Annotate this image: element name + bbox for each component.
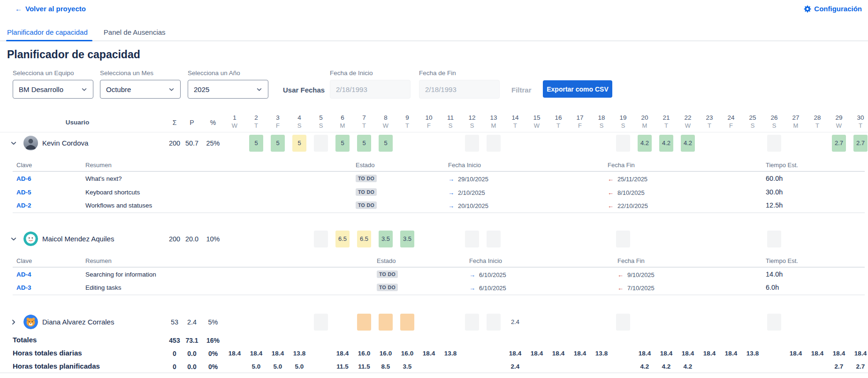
task-summary: Workflows and statuses bbox=[85, 202, 152, 209]
day-header-25: 25S bbox=[742, 114, 763, 130]
day-header-21: 21T bbox=[655, 114, 677, 130]
day-letter: M bbox=[785, 122, 807, 130]
team-filter-label: Selecciona un Equipo bbox=[13, 69, 93, 77]
totals-day-7: 16.0 bbox=[353, 350, 375, 357]
month-select-value: Octubre bbox=[106, 85, 131, 93]
back-link[interactable]: ← Volver al proyecto bbox=[15, 5, 86, 13]
user-row: Maicol Mendez Aquiles20020.010%6.56.53.5… bbox=[0, 228, 868, 250]
pct-value: 10% bbox=[199, 235, 227, 243]
day-header-3: 3F bbox=[267, 114, 289, 130]
export-csv-button[interactable]: Exportar como CSV bbox=[543, 80, 612, 98]
start-date-input[interactable] bbox=[330, 80, 411, 99]
day-header-8: 8W bbox=[375, 114, 396, 130]
task-table: ClaveResumenEstadoFecha InicioFecha FinT… bbox=[13, 158, 865, 213]
day-number: 19 bbox=[612, 114, 634, 122]
task-key-link[interactable]: AD-4 bbox=[16, 271, 31, 278]
totals-day-15: 18.4 bbox=[526, 350, 548, 357]
tiger-emoji-avatar bbox=[23, 315, 38, 329]
day-number: 27 bbox=[785, 114, 807, 122]
chevron-down-icon bbox=[81, 86, 87, 93]
chevron-down-icon[interactable] bbox=[10, 236, 17, 242]
chevron-right-icon[interactable] bbox=[10, 319, 17, 325]
day-cell-14: 2.4 bbox=[508, 314, 522, 331]
day-header-1: 1W bbox=[224, 114, 245, 130]
end-date-value: 7/10/2025 bbox=[627, 285, 655, 292]
start-date-value: 29/10/2025 bbox=[458, 176, 488, 183]
task-key-link[interactable]: AD-3 bbox=[16, 284, 31, 291]
status-badge: TO DO bbox=[377, 284, 398, 291]
end-date-input[interactable] bbox=[419, 80, 500, 99]
chevron-down-icon[interactable] bbox=[10, 140, 17, 147]
day-cell-22: 4.2 bbox=[681, 135, 695, 152]
task-estimate: 14.0h bbox=[766, 270, 783, 278]
day-header-14: 14T bbox=[504, 114, 526, 130]
year-select-value: 2025 bbox=[194, 85, 209, 93]
totals-day-4: 13.8 bbox=[289, 350, 310, 357]
task-estimate-header: Tiempo Est. bbox=[766, 257, 798, 264]
gear-icon bbox=[804, 5, 811, 13]
day-header-22: 22W bbox=[677, 114, 699, 130]
task-key-link[interactable]: AD-2 bbox=[16, 202, 31, 209]
day-cell-7 bbox=[357, 314, 371, 331]
totals-day-6: 18.4 bbox=[332, 350, 353, 357]
day-number: 10 bbox=[418, 114, 440, 122]
day-cell-7: 5 bbox=[357, 135, 371, 152]
totals-day-11: 13.8 bbox=[440, 350, 461, 357]
task-row: AD-3Editing tasksTO DO→6/10/2025←7/10/20… bbox=[13, 281, 865, 294]
totals-day-21: 18.4 bbox=[655, 350, 677, 357]
end-date-value: 25/11/2025 bbox=[617, 176, 647, 183]
day-letter: S bbox=[763, 122, 785, 130]
user-name: Diana Alvarez Corrales bbox=[42, 318, 114, 326]
totals-label: Totales bbox=[13, 336, 37, 344]
end-date-filter: Fecha de Fin bbox=[419, 69, 500, 99]
task-key-link[interactable]: AD-5 bbox=[16, 189, 31, 196]
year-select[interactable]: 2025 bbox=[188, 80, 268, 99]
month-select[interactable]: Octubre bbox=[100, 80, 181, 99]
capacity-table: Usuario Σ P % 1W2T3F4S5S6M7T8W9T10F11S12… bbox=[0, 113, 868, 373]
task-start-date: →29/10/2025 bbox=[448, 176, 488, 183]
totals-pct-value: 0% bbox=[199, 363, 227, 370]
task-summary: What's next? bbox=[85, 175, 122, 182]
totals-day-21: 4.2 bbox=[655, 363, 677, 370]
tab-panel-de-ausencias[interactable]: Panel de Ausencias bbox=[104, 28, 166, 40]
day-letter: T bbox=[850, 122, 868, 130]
task-table-header: ClaveResumenEstadoFecha InicioFecha FinT… bbox=[13, 254, 865, 268]
totals-section: Totales45373.116%Horas totales diarias00… bbox=[0, 333, 868, 373]
totals-row: Horas totales diarias00.00%18.418.418.41… bbox=[0, 346, 868, 359]
day-number: 15 bbox=[526, 114, 548, 122]
day-header-16: 16T bbox=[548, 114, 569, 130]
day-cell-8: 3.5 bbox=[379, 231, 393, 247]
capacity-planner-app: ← Volver al proyecto Configuración Plani… bbox=[0, 0, 868, 378]
task-row: AD-6What's next?TO DO→29/10/2025←25/11/2… bbox=[13, 172, 865, 185]
day-header-6: 6M bbox=[332, 114, 353, 130]
day-letter: M bbox=[332, 122, 353, 130]
day-cell-26 bbox=[767, 135, 781, 152]
totals-day-30: 2.7 bbox=[850, 363, 868, 370]
day-number: 12 bbox=[461, 114, 483, 122]
user-row: Diana Alvarez Corrales532.45%2.4 bbox=[0, 311, 868, 333]
pct-value: 25% bbox=[199, 139, 227, 147]
day-header-2: 2T bbox=[245, 114, 267, 130]
filter-button[interactable]: Filtrar bbox=[511, 86, 532, 94]
task-key-header: Clave bbox=[16, 257, 32, 264]
totals-day-23: 18.4 bbox=[699, 350, 720, 357]
totals-day-27: 18.4 bbox=[785, 350, 807, 357]
day-letter: T bbox=[548, 122, 569, 130]
day-letter: S bbox=[742, 122, 763, 130]
day-letter: F bbox=[569, 122, 591, 130]
tab-planificador-de-capacidad[interactable]: Planificador de capacidad bbox=[7, 28, 88, 40]
day-number: 17 bbox=[569, 114, 591, 122]
day-letter: F bbox=[418, 122, 440, 130]
day-letter: S bbox=[289, 122, 310, 130]
day-header-24: 24F bbox=[720, 114, 742, 130]
totals-day-1: 18.4 bbox=[224, 350, 245, 357]
usuario-column-header: Usuario bbox=[54, 119, 101, 126]
day-letter: S bbox=[612, 122, 634, 130]
day-cell-13 bbox=[487, 135, 501, 152]
task-key-link[interactable]: AD-6 bbox=[16, 175, 31, 182]
day-letter: M bbox=[483, 122, 504, 130]
task-summary-header: Resumen bbox=[85, 257, 112, 264]
day-cell-20: 4.2 bbox=[638, 135, 652, 152]
settings-link[interactable]: Configuración bbox=[804, 5, 862, 13]
team-select[interactable]: BM Desarrollo bbox=[13, 80, 93, 99]
